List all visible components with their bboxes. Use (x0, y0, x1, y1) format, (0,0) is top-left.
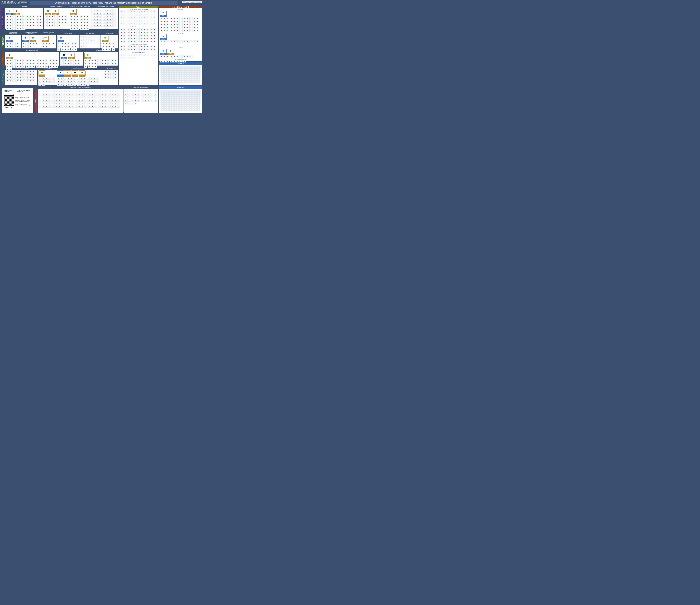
hero-notary[interactable]: CNCF Incubating (72, 70, 78, 77)
project-tile[interactable] (106, 21, 109, 24)
project-tile[interactable] (84, 96, 88, 98)
project-tile[interactable] (150, 99, 153, 101)
project-tile[interactable] (153, 14, 156, 16)
project-tile[interactable] (99, 24, 102, 27)
project-tile[interactable] (65, 96, 68, 98)
project-tile[interactable] (86, 83, 90, 86)
project-tile[interactable] (117, 105, 120, 107)
project-tile[interactable] (78, 99, 81, 101)
project-tile[interactable] (39, 80, 42, 82)
project-tile[interactable] (134, 96, 137, 98)
project-tile[interactable] (104, 102, 107, 104)
project-tile[interactable] (74, 45, 77, 48)
project-tile[interactable] (87, 35, 90, 39)
project-tile[interactable] (84, 93, 88, 96)
project-tile[interactable] (68, 93, 71, 96)
project-tile[interactable] (84, 62, 88, 65)
project-tile[interactable] (45, 96, 48, 98)
project-tile[interactable] (77, 80, 80, 82)
project-tile[interactable] (114, 90, 117, 92)
project-tile[interactable] (9, 42, 12, 45)
project-tile[interactable] (9, 62, 12, 65)
project-tile[interactable] (137, 90, 140, 92)
project-tile[interactable] (88, 99, 91, 101)
project-tile[interactable] (93, 24, 96, 27)
project-tile[interactable] (134, 102, 137, 104)
project-tile[interactable] (104, 96, 107, 98)
project-tile[interactable] (186, 23, 189, 26)
project-tile[interactable] (166, 41, 169, 43)
project-tile[interactable] (51, 15, 54, 18)
project-tile[interactable] (39, 24, 42, 27)
project-tile[interactable] (183, 26, 186, 29)
hero-vitess[interactable]: CNCF Graduated (6, 9, 13, 15)
project-tile[interactable] (88, 96, 91, 98)
project-tile[interactable] (147, 99, 150, 101)
project-tile[interactable] (150, 23, 153, 25)
project-tile[interactable] (120, 28, 123, 31)
project-tile[interactable] (150, 17, 153, 19)
project-tile[interactable] (77, 83, 80, 86)
project-tile[interactable] (136, 37, 140, 40)
project-tile[interactable] (133, 31, 136, 34)
project-tile[interactable] (120, 45, 123, 48)
project-tile[interactable] (39, 93, 42, 96)
project-tile[interactable] (127, 102, 130, 104)
project-tile[interactable] (65, 90, 68, 92)
project-tile[interactable] (58, 21, 61, 24)
project-tile[interactable] (78, 90, 81, 92)
category-ktp[interactable]: Kubernetes Training Partner (124, 89, 158, 113)
project-tile[interactable] (90, 77, 93, 79)
project-tile[interactable] (94, 93, 97, 96)
project-tile[interactable] (49, 62, 52, 65)
project-tile[interactable] (160, 41, 163, 43)
project-tile[interactable] (88, 62, 91, 65)
project-tile[interactable] (39, 15, 42, 18)
project-tile[interactable] (52, 62, 55, 65)
project-tile[interactable] (51, 21, 54, 24)
hero-falco[interactable]: CNCF Incubating (64, 70, 71, 77)
project-tile[interactable] (146, 14, 149, 16)
hero-harbor[interactable]: CNCF Incubating (39, 70, 45, 77)
project-tile[interactable] (101, 90, 104, 92)
project-tile[interactable] (112, 9, 116, 11)
project-tile[interactable] (112, 24, 116, 27)
project-tile[interactable] (48, 15, 51, 18)
project-tile[interactable] (176, 23, 179, 26)
project-tile[interactable] (22, 45, 25, 48)
project-tile[interactable] (16, 73, 19, 76)
project-tile[interactable] (131, 99, 134, 101)
project-tile[interactable] (60, 83, 63, 86)
project-tile[interactable] (73, 21, 76, 24)
project-tile[interactable] (16, 62, 19, 65)
project-tile[interactable] (107, 105, 110, 107)
project-tile[interactable] (154, 99, 157, 101)
project-tile[interactable] (106, 15, 109, 18)
project-tile[interactable] (103, 9, 106, 11)
project-tile[interactable] (45, 15, 48, 18)
project-tile[interactable] (114, 76, 117, 79)
project-tile[interactable] (75, 99, 78, 101)
project-tile[interactable] (29, 70, 32, 73)
project-tile[interactable] (144, 93, 147, 96)
project-tile[interactable] (6, 62, 9, 65)
project-tile[interactable] (91, 59, 94, 62)
project-tile[interactable] (22, 15, 25, 18)
project-tile[interactable] (101, 59, 104, 62)
project-tile[interactable] (109, 9, 112, 11)
project-tile[interactable] (96, 21, 99, 24)
project-tile[interactable] (42, 90, 45, 92)
project-tile[interactable] (130, 14, 133, 16)
project-tile[interactable] (70, 18, 73, 21)
project-tile[interactable] (179, 55, 182, 58)
project-tile[interactable] (12, 24, 16, 27)
project-tile[interactable] (160, 20, 163, 23)
project-tile[interactable] (16, 15, 19, 18)
project-tile[interactable] (190, 41, 193, 43)
project-tile[interactable] (87, 42, 90, 44)
project-tile[interactable] (19, 18, 22, 21)
project-tile[interactable] (67, 80, 70, 82)
project-tile[interactable] (104, 59, 107, 62)
project-tile[interactable] (114, 96, 117, 98)
project-tile[interactable] (9, 76, 12, 79)
